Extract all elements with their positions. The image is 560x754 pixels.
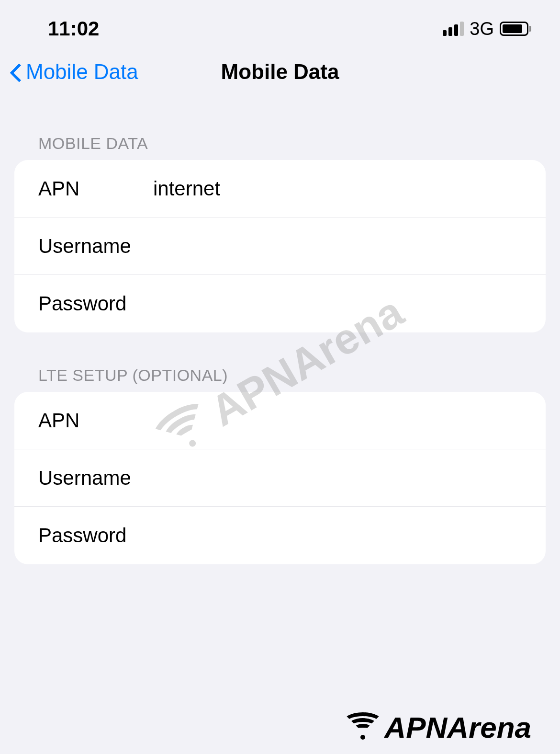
status-indicators: 3G [443,19,531,39]
password-input[interactable] [153,292,522,315]
lte-username-input[interactable] [153,467,522,490]
lte-apn-row[interactable]: APN [14,392,546,449]
lte-password-input[interactable] [153,524,522,547]
battery-icon [500,22,531,36]
content: MOBILE DATA APN Username Password LTE SE… [0,101,560,564]
lte-apn-label: APN [38,409,153,432]
lte-password-label: Password [38,524,153,547]
lte-username-row[interactable]: Username [14,449,546,507]
username-input[interactable] [153,235,522,258]
apn-row[interactable]: APN [14,160,546,217]
section-header-lte: LTE SETUP (OPTIONAL) [14,332,546,392]
lte-setup-group: APN Username Password [14,392,546,564]
chevron-left-icon [10,61,22,82]
apn-input[interactable] [153,177,522,200]
mobile-data-group: APN Username Password [14,160,546,332]
navigation-bar: Mobile Data Mobile Data [0,53,560,101]
lte-username-label: Username [38,467,153,490]
back-button[interactable]: Mobile Data [10,60,138,84]
password-label: Password [38,292,153,315]
cellular-signal-icon [443,22,464,36]
lte-apn-input[interactable] [153,409,522,432]
username-label: Username [38,235,153,258]
page-title: Mobile Data [221,60,339,84]
logo-text: APNArena [384,710,531,744]
lte-password-row[interactable]: Password [14,507,546,564]
section-header-mobile-data: MOBILE DATA [14,101,546,160]
apn-label: APN [38,177,153,200]
username-row[interactable]: Username [14,217,546,275]
bottom-logo: APNArena [344,710,531,744]
status-bar: 11:02 3G [0,0,560,53]
wifi-icon [344,713,382,742]
password-row[interactable]: Password [14,275,546,332]
back-label: Mobile Data [26,60,138,84]
network-type: 3G [470,19,494,39]
status-time: 11:02 [48,17,99,40]
